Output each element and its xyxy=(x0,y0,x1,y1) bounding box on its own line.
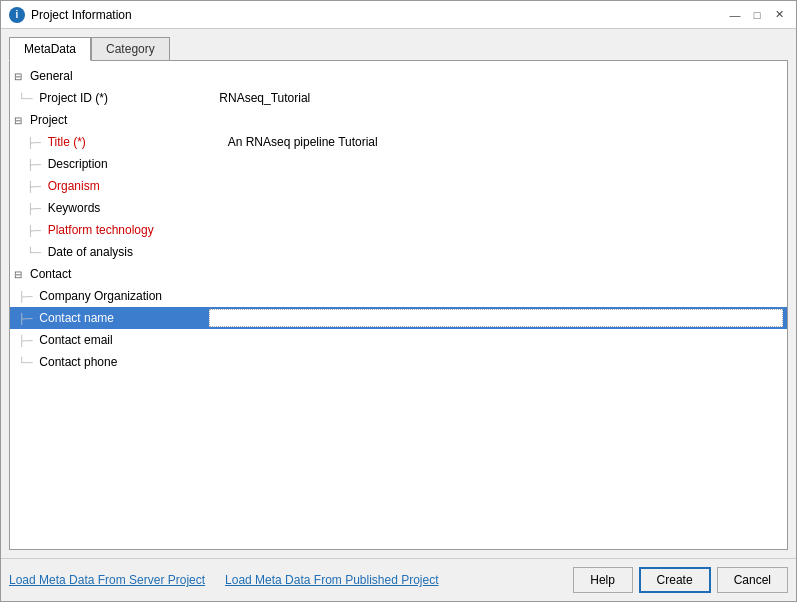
cancel-button[interactable]: Cancel xyxy=(717,567,788,593)
label-organism: Organism xyxy=(48,179,228,193)
tree-line-organism: ├─ xyxy=(10,181,46,192)
footer-buttons: Help Create Cancel xyxy=(573,567,788,593)
load-published-link[interactable]: Load Meta Data From Published Project xyxy=(225,573,438,587)
row-contact-email: ├─ Contact email xyxy=(10,329,787,351)
section-project-label: Project xyxy=(30,113,67,127)
tab-content: ⊟ General └─ Project ID (*) RNAseq_Tutor… xyxy=(9,60,788,550)
maximize-button[interactable]: □ xyxy=(748,6,766,24)
label-contact-phone: Contact phone xyxy=(39,355,219,369)
window-body: MetaData Category ⊟ General └─ Project I… xyxy=(1,29,796,558)
row-company: ├─ Company Organization xyxy=(10,285,787,307)
row-title: ├─ Title (*) An RNAseq pipeline Tutorial xyxy=(10,131,787,153)
main-window: i Project Information — □ ✕ MetaData Cat… xyxy=(0,0,797,602)
window-controls: — □ ✕ xyxy=(726,6,788,24)
app-icon: i xyxy=(9,7,25,23)
create-button[interactable]: Create xyxy=(639,567,711,593)
row-organism: ├─ Organism xyxy=(10,175,787,197)
row-contact-phone: └─ Contact phone xyxy=(10,351,787,373)
row-platform: ├─ Platform technology xyxy=(10,219,787,241)
tree-line-company: ├─ xyxy=(10,291,37,302)
label-contact-name: Contact name xyxy=(39,311,209,325)
section-project[interactable]: ⊟ Project xyxy=(10,109,787,131)
window-title: Project Information xyxy=(31,8,726,22)
value-project-id: RNAseq_Tutorial xyxy=(219,91,787,105)
tree-line-contact-email: ├─ xyxy=(10,335,37,346)
tab-category[interactable]: Category xyxy=(91,37,170,61)
label-project-id: Project ID (*) xyxy=(39,91,219,105)
tree-line-contact-phone: └─ xyxy=(10,357,37,368)
section-contact-label: Contact xyxy=(30,267,71,281)
tree-line-title: ├─ xyxy=(10,137,46,148)
tree-line-description: ├─ xyxy=(10,159,46,170)
tree-line-keywords: ├─ xyxy=(10,203,46,214)
collapse-icon-project: ⊟ xyxy=(14,115,26,126)
tree-line-platform: ├─ xyxy=(10,225,46,236)
value-title: An RNAseq pipeline Tutorial xyxy=(228,135,787,149)
contact-name-input[interactable] xyxy=(209,309,783,327)
section-general-label: General xyxy=(30,69,73,83)
collapse-icon-general: ⊟ xyxy=(14,71,26,82)
row-date: └─ Date of analysis xyxy=(10,241,787,263)
title-bar: i Project Information — □ ✕ xyxy=(1,1,796,29)
minimize-button[interactable]: — xyxy=(726,6,744,24)
tree-line-contact-name: ├─ xyxy=(10,313,37,324)
tree-line-date: └─ xyxy=(10,247,46,258)
load-server-link[interactable]: Load Meta Data From Server Project xyxy=(9,573,205,587)
label-keywords: Keywords xyxy=(48,201,228,215)
footer-links: Load Meta Data From Server Project Load … xyxy=(9,573,573,587)
label-date: Date of analysis xyxy=(48,245,228,259)
close-button[interactable]: ✕ xyxy=(770,6,788,24)
label-description: Description xyxy=(48,157,228,171)
label-contact-email: Contact email xyxy=(39,333,219,347)
tab-metadata[interactable]: MetaData xyxy=(9,37,91,61)
tree-container: ⊟ General └─ Project ID (*) RNAseq_Tutor… xyxy=(10,61,787,549)
footer: Load Meta Data From Server Project Load … xyxy=(1,558,796,601)
row-description: ├─ Description xyxy=(10,153,787,175)
help-button[interactable]: Help xyxy=(573,567,633,593)
label-company: Company Organization xyxy=(39,289,219,303)
section-general[interactable]: ⊟ General xyxy=(10,65,787,87)
tree-line-project-id: └─ xyxy=(10,93,37,104)
collapse-icon-contact: ⊟ xyxy=(14,269,26,280)
row-contact-name[interactable]: ├─ Contact name xyxy=(10,307,787,329)
tab-bar: MetaData Category xyxy=(9,37,788,61)
row-keywords: ├─ Keywords xyxy=(10,197,787,219)
label-title: Title (*) xyxy=(48,135,228,149)
row-project-id: └─ Project ID (*) RNAseq_Tutorial xyxy=(10,87,787,109)
section-contact[interactable]: ⊟ Contact xyxy=(10,263,787,285)
label-platform: Platform technology xyxy=(48,223,228,237)
